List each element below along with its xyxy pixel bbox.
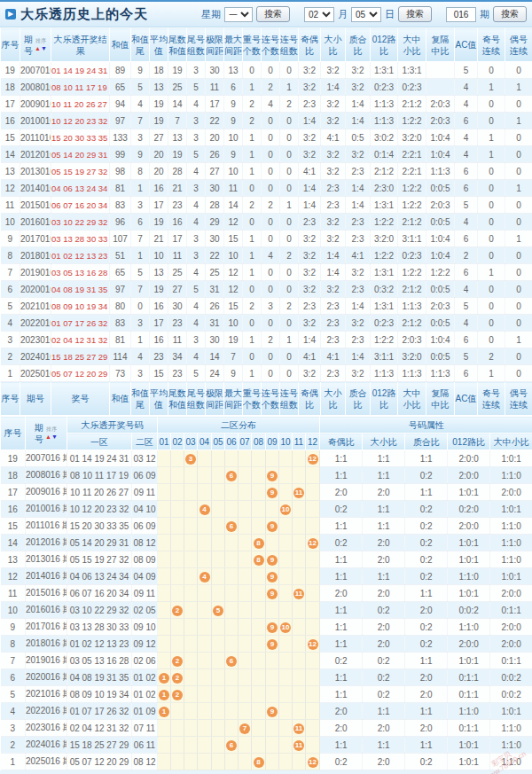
column-header: 大小比 — [363, 434, 405, 450]
stat-cell: 3 — [131, 129, 150, 146]
zone-cell — [212, 720, 225, 737]
number-ball: 2 — [172, 673, 183, 684]
number-ball: 9 — [267, 639, 278, 650]
zone-cell — [252, 686, 266, 703]
stat-cell: 1 — [243, 163, 262, 180]
week-search-button[interactable]: 搜索 — [256, 6, 290, 22]
stat-cell: 0:2:3 — [371, 315, 398, 332]
table-header-row: 序号期号排序▲▼大乐透开奖号码二区分布号码属性 — [1, 417, 532, 434]
month-select[interactable]: 02 — [304, 7, 334, 22]
date-search-button[interactable]: 搜索 — [398, 6, 432, 22]
attr-cell: 1:0:1 — [490, 568, 532, 585]
attr-cell: 0:1:1 — [448, 720, 490, 737]
stat-cell: 99 — [110, 146, 131, 163]
stat-cell: 0 — [478, 163, 505, 180]
stat-cell: 1:3:1 — [371, 298, 398, 315]
number-ball: 6 — [226, 656, 237, 667]
column-header: 偶号连续 — [505, 382, 532, 416]
stat-cell: 0 — [505, 197, 532, 214]
draw-result: 05 14 20 29 31 08 12 — [51, 146, 110, 163]
attr-cell: 0:2 — [405, 551, 448, 568]
attr-cell: 1:1:0 — [448, 568, 490, 585]
stat-cell: 81 — [110, 180, 131, 197]
back-zone-numbers: 06 09 — [132, 518, 158, 535]
zone-cell — [198, 653, 212, 669]
week-select[interactable]: 一 — [224, 7, 253, 22]
zone-cell: 2 — [171, 669, 184, 686]
stat-cell: 10 — [224, 129, 243, 146]
stat-cell: 3:2 — [299, 264, 321, 281]
zone-cell — [306, 602, 320, 619]
sort-desc-icon[interactable]: ▼ — [51, 434, 58, 440]
stat-cell: 2:3 — [346, 231, 371, 247]
stat-cell: 0 — [505, 146, 532, 163]
stat-cell: 0 — [280, 264, 299, 281]
attr-cell: 2:0 — [405, 602, 448, 619]
stat-cell: 11 — [168, 247, 187, 264]
column-header: 和值尾 — [131, 28, 150, 62]
stat-cell: 4:1 — [321, 129, 346, 146]
stat-cell: 0 — [280, 365, 299, 382]
front-zone-numbers: 05 07 12 20 29 — [67, 754, 132, 770]
stat-cell: 10 — [224, 315, 243, 332]
zone-cell — [239, 535, 252, 551]
zone-cell — [171, 585, 184, 602]
column-header: 连号组数 — [280, 382, 299, 416]
stat-cell: 16 — [150, 332, 168, 348]
attr-cell: 1:1 — [363, 568, 405, 585]
attr-cell: 1:1 — [320, 636, 363, 653]
table-footer-header-row: 序号期号奖号和值和值尾平均值尾数和值尾号组数极限间距最大间距重号个数连号个数连号… — [1, 382, 532, 416]
back-zone-numbers: 02 06 — [132, 653, 158, 669]
month-label: 月 — [338, 8, 348, 21]
draw-result: 02 04 12 31 32 07 11 — [51, 332, 110, 348]
stat-cell: 0 — [262, 264, 280, 281]
table-subheader-row: 一区二区010203040506070809101112奇偶比大小比质合比012… — [1, 434, 532, 450]
issue-search-button[interactable]: 搜索 — [493, 6, 527, 22]
day-select[interactable]: 05 — [351, 7, 381, 22]
zone-cell — [266, 686, 279, 703]
stat-cell: 0 — [243, 315, 262, 332]
stat-cell: 2:0:3 — [426, 113, 455, 129]
sort-asc-icon[interactable]: ▲ — [35, 45, 41, 51]
stat-cell: 3:2 — [321, 113, 346, 129]
sort-desc-icon[interactable]: ▼ — [41, 45, 47, 51]
stat-cell: 2 — [280, 247, 299, 264]
column-header: 大中小比 — [398, 382, 426, 416]
row-seq: 7 — [1, 653, 26, 669]
attr-cell: 1:1:0 — [448, 703, 490, 720]
row-seq: 14 — [1, 535, 26, 551]
attr-cell: 0:0:2 — [490, 669, 532, 686]
zone-cell — [198, 636, 212, 653]
stat-cell: 1:0:4 — [426, 129, 455, 146]
stat-cell: 3:2:0 — [398, 348, 426, 365]
number-ball: 9 — [267, 488, 278, 498]
number-ball: 2 — [172, 606, 183, 616]
zone-cell — [198, 737, 212, 754]
issue-input[interactable] — [446, 7, 476, 22]
sort-asc-icon[interactable]: ▲ — [45, 434, 51, 440]
table-row: 17200901610 11 20 26 27 09 1194419144179… — [1, 96, 532, 113]
stat-cell: 1:0:4 — [426, 231, 455, 247]
stat-cell: 2 — [262, 332, 280, 348]
zone-cell — [184, 686, 198, 703]
stat-cell: 4:1 — [321, 348, 346, 365]
attr-cell: 0:2 — [405, 501, 448, 518]
zone-cell: 7 — [239, 720, 252, 737]
row-issue: 2025016 — [20, 365, 51, 382]
sort-control: 排序▲▼ — [45, 426, 58, 441]
stat-cell: 19 — [150, 113, 168, 129]
zone-cell — [266, 720, 279, 737]
stat-cell: 7 — [224, 348, 243, 365]
front-zone-numbers: 08 10 11 17 19 — [67, 467, 132, 484]
number-ball: 9 — [267, 622, 278, 633]
stat-cell: 83 — [110, 315, 131, 332]
attr-cell: 0:2 — [405, 754, 448, 770]
row-seq: 17 — [1, 484, 26, 501]
stat-cell: 3 — [131, 315, 150, 332]
zone-cell — [306, 501, 320, 518]
stat-cell: 0 — [262, 62, 280, 79]
attr-cell: 1:1 — [405, 737, 448, 754]
zone-cell: 8 — [252, 551, 266, 568]
stat-cell: 5 — [187, 146, 206, 163]
row-seq: 3 — [1, 720, 26, 737]
